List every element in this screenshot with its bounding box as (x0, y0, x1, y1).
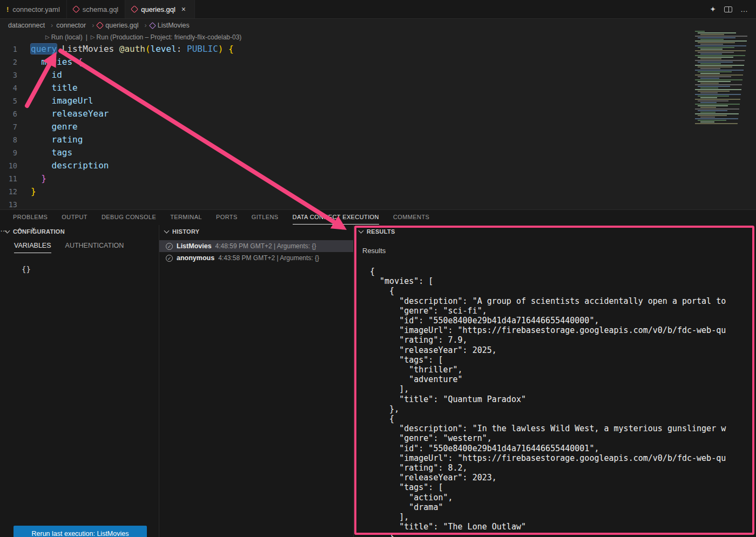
history-item[interactable]: ✓ anonymous 4:43:58 PM GMT+2 | Arguments… (159, 252, 353, 264)
breadcrumb-item[interactable]: queries.gql › (97, 22, 150, 29)
code-line[interactable]: 9 tags (0, 146, 756, 159)
results-json-line: "genre": "sci-fi", (370, 306, 756, 316)
panel-tab[interactable]: DATA CONNECT EXECUTION (293, 210, 379, 225)
line-number: 4 (0, 81, 31, 94)
results-json-line: "rating": 8.2, (370, 463, 756, 473)
code-line[interactable]: 3 id (0, 69, 756, 81)
panel-tab[interactable]: PROBLEMS (13, 210, 48, 225)
panel-tab[interactable]: GITLENS (252, 210, 279, 225)
editor-tab[interactable]: schema.gql (67, 0, 125, 18)
minimap-line (700, 87, 718, 89)
results-json-line: "movies": [ (370, 276, 756, 286)
variables-value[interactable]: {} (22, 265, 159, 274)
minimap-line (698, 115, 727, 116)
history-item-meta: 4:43:58 PM GMT+2 | Arguments: {} (218, 254, 319, 262)
minimap-line (695, 40, 747, 42)
code-token: level (151, 44, 177, 54)
code-token: @auth (119, 44, 145, 54)
copilot-sparkle-icon[interactable]: ✦ (710, 5, 716, 13)
code-token: query (31, 44, 57, 54)
editor-tab[interactable]: queries.gql × (125, 0, 195, 18)
minimap-line (700, 117, 715, 118)
minimap-line (695, 113, 739, 114)
run-production-link[interactable]: ▷ Run (Production – Project: friendly-fl… (91, 33, 242, 41)
results-json-line: "tags": [ (370, 482, 756, 492)
configuration-header[interactable]: CONFIGURATION (0, 225, 159, 238)
editor-tab[interactable]: connector.yaml (0, 0, 67, 18)
breadcrumb-item[interactable]: dataconnect › (8, 22, 56, 29)
tab-label: schema.gql (83, 5, 118, 13)
history-title: HISTORY (172, 228, 199, 235)
code-token: ( (145, 44, 151, 54)
minimap-line (698, 47, 734, 48)
results-json-line: "description": "In the lawless Wild West… (370, 424, 756, 433)
breadcrumb-item-label: connector (56, 22, 86, 29)
configuration-tab[interactable]: AUTHENTICATION (65, 242, 124, 253)
history-item[interactable]: ✓ ListMovies 4:48:59 PM GMT+2 | Argument… (159, 240, 353, 252)
history-list: ✓ ListMovies 4:48:59 PM GMT+2 | Argument… (159, 240, 353, 264)
file-icon (131, 5, 138, 13)
minimap-line (698, 120, 726, 121)
breadcrumb-item[interactable]: ListMovies (150, 22, 199, 29)
code-token: } (31, 186, 36, 196)
close-icon[interactable]: × (179, 5, 188, 13)
minimap-line (695, 104, 740, 105)
tabbar-actions: ✦ … (710, 0, 756, 18)
minimap[interactable] (693, 30, 756, 130)
results-json-line: "imageUrl": "https://firebasestorage.goo… (370, 325, 756, 335)
panel-tab[interactable]: DEBUG CONSOLE (102, 210, 156, 225)
results-json-line: "title": "The Lone Outlaw" (370, 522, 756, 532)
panel-tab[interactable]: TERMINAL (170, 210, 202, 225)
code-line[interactable]: 11 } (0, 172, 756, 185)
minimap-line (695, 94, 741, 95)
results-section: RESULTS Results { "movies": [ { "descrip… (354, 225, 756, 537)
code-token: { (78, 57, 83, 67)
minimap-line (698, 37, 735, 38)
minimap-line (700, 63, 721, 64)
code-token (72, 57, 78, 67)
split-editor-icon[interactable] (724, 6, 732, 12)
code-token (31, 121, 52, 132)
results-heading: Results (362, 247, 756, 255)
minimap-line (700, 83, 719, 84)
code-line[interactable]: 1 query ListMovies @auth(level: PUBLIC) … (0, 43, 756, 56)
code-token (114, 44, 119, 54)
rerun-button[interactable]: Rerun last execution: ListMovies (14, 526, 147, 537)
more-actions-icon[interactable]: … (740, 5, 748, 13)
results-json-line: "id": "550e8400e29b41d4a716446655440000"… (370, 316, 756, 325)
code-line[interactable]: 4 title (0, 81, 756, 94)
minimap-line (698, 66, 732, 67)
code-token: id (52, 70, 62, 80)
code-line[interactable]: 6 releaseYear (0, 107, 756, 120)
breadcrumb-item[interactable]: connector › (56, 22, 97, 29)
code-line[interactable]: 2 movies { (0, 56, 756, 69)
breadcrumb-separator-icon: › (145, 22, 147, 29)
code-line-text: query ListMovies @auth(level: PUBLIC) { (31, 43, 234, 56)
line-number: 11 (0, 172, 31, 185)
results-header[interactable]: RESULTS (354, 225, 756, 238)
panel-tab[interactable]: PORTS (216, 210, 238, 225)
code-token: tags (52, 147, 73, 158)
code-line[interactable]: 8 rating (0, 133, 756, 146)
editor-tab-bar: connector.yaml schema.gql queries.gql × … (0, 0, 756, 19)
check-circle-icon: ✓ (166, 243, 173, 250)
history-header[interactable]: HISTORY (159, 225, 353, 238)
breadcrumb-separator-icon: › (92, 22, 94, 29)
panel-tab[interactable]: COMMENTS (393, 210, 429, 225)
code-editor: ▷ Run (local) | ▷ Run (Production – Proj… (0, 31, 756, 209)
configuration-tab[interactable]: VARIABLES (14, 242, 51, 253)
minimap-line (700, 49, 723, 50)
code-line[interactable]: 10 description (0, 159, 756, 172)
code-line[interactable]: 7 genre (0, 120, 756, 133)
results-json-line: "drama" (370, 502, 756, 512)
minimap-line (698, 57, 733, 58)
code-token (31, 57, 41, 67)
configuration-title: CONFIGURATION (13, 228, 65, 235)
code-token: title (52, 83, 78, 93)
run-local-link[interactable]: ▷ Run (local) (45, 33, 83, 41)
code-token (31, 160, 52, 171)
code-line[interactable]: 5 imageUrl (0, 94, 756, 107)
panel-tab[interactable]: OUTPUT (62, 210, 87, 225)
minimap-line (695, 50, 746, 51)
code-line[interactable]: 12 } (0, 185, 756, 198)
